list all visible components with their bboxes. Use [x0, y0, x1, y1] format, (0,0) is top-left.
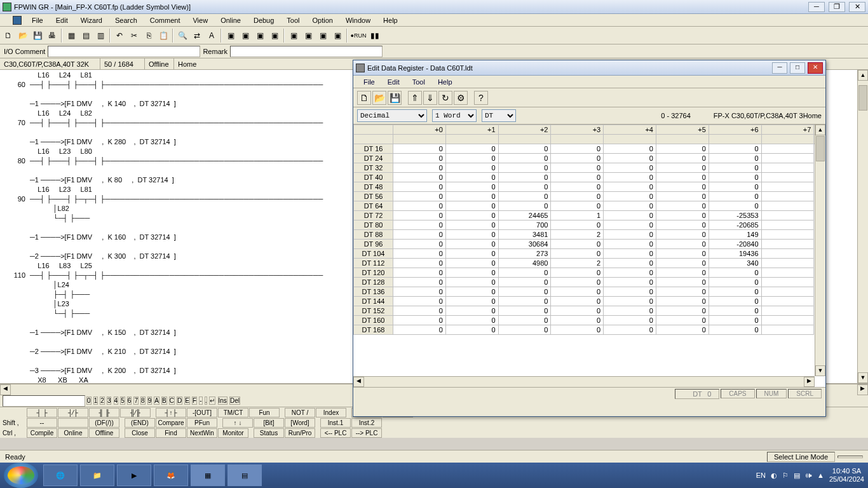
data-cell[interactable] [761, 259, 814, 268]
data-cell[interactable] [761, 325, 814, 335]
datareg-hscroll[interactable]: ◀▶ [353, 376, 815, 387]
data-cell[interactable]: 0 [604, 211, 656, 220]
data-cell[interactable]: 0 [498, 306, 551, 316]
data-cell[interactable]: 0 [445, 278, 498, 287]
start-button[interactable] [4, 463, 38, 488]
data-cell[interactable]: 0 [551, 144, 604, 154]
input-key-↵[interactable]: ↵ [209, 396, 215, 405]
new-button[interactable]: 🗋 [1, 29, 15, 43]
task-fpwin[interactable]: ▦ [191, 464, 225, 486]
tool-btn-2[interactable]: ▤ [79, 29, 93, 43]
data-cell[interactable]: 0 [551, 297, 604, 306]
data-cell[interactable]: 0 [551, 173, 604, 182]
input-key-B[interactable]: B [161, 396, 167, 405]
fkey-blank[interactable]: ┤↑├ [156, 408, 186, 417]
datareg-download[interactable]: ⇓ [423, 91, 437, 105]
data-cell[interactable]: 0 [393, 211, 446, 220]
data-cell[interactable]: 0 [445, 249, 498, 259]
fkey-find[interactable]: Find [156, 428, 186, 438]
data-cell[interactable]: 0 [498, 201, 551, 211]
fkey-compile[interactable]: Compile [27, 428, 57, 438]
data-cell[interactable]: 0 [604, 316, 656, 325]
datareg-open[interactable]: 📂 [372, 91, 386, 105]
data-cell[interactable]: 0 [498, 182, 551, 192]
data-cell[interactable]: 0 [709, 297, 761, 306]
data-cell[interactable]: 0 [393, 192, 446, 201]
data-cell[interactable]: 0 [551, 201, 604, 211]
data-cell[interactable]: 0 [551, 316, 604, 325]
menu-online[interactable]: Online [214, 15, 247, 25]
data-cell[interactable]: 0 [656, 192, 709, 201]
data-cell[interactable]: 0 [604, 268, 656, 278]
data-cell[interactable]: 0 [551, 192, 604, 201]
data-cell[interactable]: 0 [709, 173, 761, 182]
data-cell[interactable]: 0 [393, 325, 446, 335]
data-cell[interactable]: 0 [656, 230, 709, 240]
tool-btn-a[interactable]: ▣ [224, 29, 238, 43]
data-cell[interactable]: 0 [498, 268, 551, 278]
fkey-offline[interactable]: Offline [89, 428, 119, 438]
data-cell[interactable] [761, 297, 814, 306]
data-cell[interactable]: 0 [393, 306, 446, 316]
fkey-plc[interactable]: <-- PLC [320, 428, 351, 438]
scroll-down-arrow[interactable]: ▼ [858, 372, 868, 383]
remark-input[interactable] [230, 46, 383, 57]
data-cell[interactable] [761, 182, 814, 192]
input-key-8[interactable]: 8 [140, 396, 146, 405]
data-cell[interactable] [761, 240, 814, 249]
data-cell[interactable] [761, 173, 814, 182]
datareg-menu-file[interactable]: File [357, 77, 381, 87]
data-cell[interactable]: 0 [393, 220, 446, 230]
print-button[interactable]: 🖶 [45, 29, 59, 43]
fkey-reset[interactable] [58, 418, 88, 428]
scroll-up-arrow[interactable]: ▲ [858, 70, 868, 81]
data-cell[interactable]: 0 [445, 287, 498, 297]
data-cell[interactable]: 0 [393, 249, 446, 259]
data-cell[interactable]: 0 [656, 297, 709, 306]
scroll-left-arrow[interactable]: ◀ [0, 384, 11, 395]
data-cell[interactable]: 0 [656, 325, 709, 335]
data-cell[interactable]: 0 [551, 220, 604, 230]
data-cell[interactable]: 0 [656, 182, 709, 192]
data-cell[interactable]: 0 [604, 287, 656, 297]
data-cell[interactable]: 0 [445, 182, 498, 192]
datareg-vscroll[interactable]: ▲ ▼ [815, 125, 825, 376]
data-cell[interactable]: 0 [445, 144, 498, 154]
data-cell[interactable]: 1 [551, 211, 604, 220]
data-cell[interactable]: 0 [445, 173, 498, 182]
data-cell[interactable]: 0 [656, 316, 709, 325]
data-cell[interactable]: 0 [604, 278, 656, 287]
data-cell[interactable]: 0 [709, 306, 761, 316]
data-cell[interactable] [761, 230, 814, 240]
fkey-blank[interactable]: ┤ ├ [27, 408, 57, 417]
menu-file[interactable]: File [25, 15, 50, 25]
datareg-menu-help[interactable]: Help [431, 77, 459, 87]
data-cell[interactable]: 0 [604, 230, 656, 240]
data-cell[interactable]: 24465 [498, 211, 551, 220]
fkey-df[interactable]: (DF(/)) [89, 418, 119, 428]
tool-btn-3[interactable]: ▥ [93, 29, 107, 43]
data-cell[interactable]: 30684 [498, 240, 551, 249]
fkey-plc[interactable]: --> PLC [351, 428, 382, 438]
datareg-save[interactable]: 💾 [388, 91, 402, 105]
tray-icon-3[interactable]: ▤ [794, 471, 800, 480]
data-cell[interactable] [761, 287, 814, 297]
data-cell[interactable]: 0 [498, 316, 551, 325]
input-key-A[interactable]: A [154, 396, 159, 405]
datareg-config[interactable]: ⚙ [454, 91, 468, 105]
data-cell[interactable]: 0 [445, 211, 498, 220]
data-cell[interactable]: 0 [551, 287, 604, 297]
tray-clock[interactable]: 10:40 SA 25/04/2024 [829, 467, 864, 484]
input-key-6[interactable]: 6 [127, 396, 132, 405]
data-cell[interactable]: 0 [393, 268, 446, 278]
data-cell[interactable]: 0 [393, 278, 446, 287]
datareg-menu-edit[interactable]: Edit [381, 77, 406, 87]
input-key-4[interactable]: 4 [114, 396, 119, 405]
data-cell[interactable]: 0 [656, 287, 709, 297]
data-cell[interactable]: 0 [656, 220, 709, 230]
data-cell[interactable]: 0 [551, 268, 604, 278]
fkey-set[interactable]: -- [27, 418, 57, 428]
data-cell[interactable]: 0 [498, 144, 551, 154]
data-cell[interactable]: 0 [551, 154, 604, 163]
data-cell[interactable]: -25353 [709, 211, 761, 220]
